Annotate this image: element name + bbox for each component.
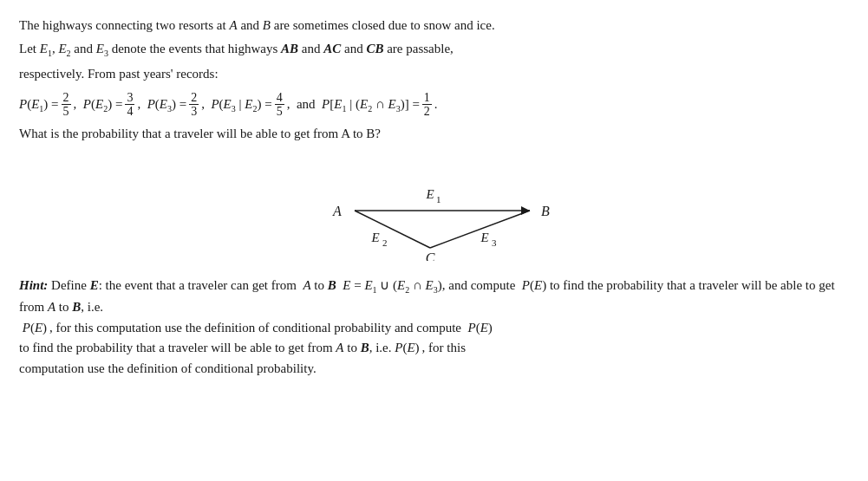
svg-text:E: E — [480, 231, 488, 244]
intro-paragraph-3: respectively. From past years' records: — [19, 64, 849, 84]
fraction-pe1-given-e2e3: 1 2 — [422, 91, 432, 119]
svg-text:A: A — [332, 204, 342, 218]
svg-line-1 — [355, 211, 430, 248]
svg-text:B: B — [541, 204, 550, 218]
hint-label: Hint: — [19, 278, 48, 292]
svg-text:2: 2 — [382, 237, 388, 248]
intro-paragraph: The highways connecting two resorts at A… — [19, 16, 849, 36]
question-text: What is the probability that a traveler … — [19, 124, 849, 144]
diagram-svg: E 1 A B C E 2 E 3 — [296, 157, 573, 261]
svg-text:C: C — [425, 250, 434, 261]
fraction-pe2: 3 4 — [125, 91, 134, 119]
formulas-line: P(E1) = 2 5 , P(E2) = 3 4 , P(E3) = 2 3 … — [19, 91, 849, 119]
svg-text:E: E — [370, 231, 379, 244]
main-content: The highways connecting two resorts at A… — [19, 16, 849, 380]
intro-paragraph-2: Let E1, E2 and E3 denote the events that… — [19, 39, 849, 61]
diagram-area: E 1 A B C E 2 E 3 — [19, 153, 849, 265]
fraction-pe1: 2 5 — [62, 91, 71, 119]
svg-text:1: 1 — [436, 194, 441, 205]
svg-marker-3 — [521, 206, 530, 215]
svg-text:E: E — [425, 187, 434, 201]
hint-section: Hint: Define E: the event that a travele… — [19, 276, 849, 380]
fraction-pe3: 2 3 — [189, 91, 199, 119]
fraction-pe3-given-e2: 4 5 — [275, 91, 284, 119]
svg-text:3: 3 — [492, 237, 497, 248]
